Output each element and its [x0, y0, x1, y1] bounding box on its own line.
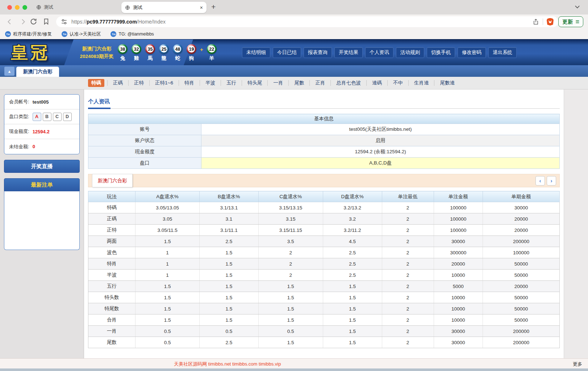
browser-tab[interactable]: 测试 × — [121, 2, 207, 13]
play-type-item[interactable]: 正特 — [128, 80, 149, 86]
back-icon[interactable] — [6, 18, 14, 26]
play-type-item[interactable]: 总肖七色波 — [330, 80, 366, 86]
lottery-ball-icon: 48 — [173, 44, 183, 54]
rates-cell: 200000 — [483, 337, 559, 348]
play-type-item[interactable]: 五行 — [221, 80, 242, 86]
reload-icon[interactable] — [30, 18, 37, 25]
play-type-item[interactable]: 連碼 — [366, 80, 387, 86]
collapse-up-icon[interactable]: ▲ — [4, 67, 14, 76]
zoom-window-button[interactable] — [22, 5, 27, 10]
chevron-down-icon[interactable] — [575, 5, 580, 9]
footer-credit-link[interactable]: 天美社区源码网 timibbs.net timibbs.com timibbs.… — [174, 361, 281, 367]
rates-cell: 50000 — [483, 314, 559, 326]
rates-cell: 2.5 — [323, 270, 382, 281]
footer-more-link[interactable]: 更多 — [573, 361, 582, 367]
rates-cell: 1.5 — [258, 337, 323, 348]
play-type-item[interactable]: 正特1~6 — [149, 80, 179, 86]
play-type-item[interactable]: 半波 — [200, 80, 221, 86]
handicap-button[interactable]: A — [33, 113, 41, 121]
play-type-item[interactable]: 正碼 — [107, 80, 128, 86]
bookmark-item[interactable]: Tm程序搭建/开发/修复 — [5, 31, 52, 37]
handicap-button[interactable]: C — [53, 113, 62, 121]
rates-column-header: 玩法 — [88, 191, 135, 202]
rates-cell: 波色 — [88, 247, 135, 258]
handicap-button[interactable]: D — [63, 113, 72, 121]
latest-bets-button[interactable]: 最新注单 — [4, 178, 80, 191]
nav-menu-item[interactable]: 退出系统 — [488, 47, 517, 58]
window-controls — [7, 5, 27, 10]
rates-cell: 1.5 — [200, 292, 259, 303]
info-value-cell: test005(天美社区timibbs.net) — [201, 124, 560, 135]
ball-number: 19 — [188, 46, 195, 53]
rates-cell: 1.5 — [323, 292, 382, 303]
play-type-item[interactable]: 一肖 — [267, 80, 288, 86]
info-value-cell: 启用 — [201, 135, 560, 146]
nav-menu-item[interactable]: 修改密码 — [458, 47, 486, 58]
rates-cell: 2 — [258, 258, 323, 270]
rates-cell: 1.5 — [258, 281, 323, 292]
rates-cell: 20000 — [434, 258, 483, 270]
handicap-button[interactable]: B — [43, 113, 51, 121]
nav-menu-item[interactable]: 开奖结果 — [334, 47, 363, 58]
rates-cell: 3.2/11.2 — [323, 225, 382, 236]
info-value-cell: A,B,C,D盘 — [201, 158, 560, 169]
bookmark-icon[interactable] — [43, 18, 50, 25]
rates-table-row: 特肖11.522.522000050000 — [88, 258, 560, 270]
live-draw-button[interactable]: 开奖直播 — [4, 160, 80, 173]
rates-cell: 1.5 — [200, 281, 259, 292]
nav-menu-item[interactable]: 切换手机 — [427, 47, 455, 58]
rates-cell: 1.5 — [135, 303, 200, 314]
game-tab-active[interactable]: 新澳门六合彩 — [16, 67, 59, 77]
rates-cell: 1.5 — [323, 314, 382, 326]
bookmark-item[interactable]: Tm认准->天美社区 — [62, 31, 101, 37]
play-type-item[interactable]: 特肖 — [179, 80, 200, 86]
draw-info: 新澳门六合彩 2024083期开奖 — [77, 45, 117, 60]
ball-number: 22 — [208, 46, 215, 53]
draw-ball: 25龍 — [159, 44, 169, 62]
bookmark-item[interactable]: TmTG: @tianmeibbs — [110, 31, 154, 37]
nav-menu-item[interactable]: 个人资讯 — [365, 47, 393, 58]
rates-column-header: A盘退水% — [135, 191, 200, 202]
rates-column-header: D盘退水% — [323, 191, 382, 202]
play-type-item[interactable]: 特碼 — [88, 79, 104, 87]
nav-menu-item[interactable]: 今日已结 — [273, 47, 301, 58]
play-type-item[interactable]: 尾數 — [288, 80, 309, 86]
nav-menu-item[interactable]: 未结明细 — [242, 47, 270, 58]
ball-zodiac-label: 羊 — [209, 55, 214, 62]
brave-shield-icon[interactable] — [547, 18, 554, 26]
new-tab-button[interactable]: + — [211, 3, 216, 11]
play-type-item[interactable]: 正肖 — [309, 80, 330, 86]
browser-titlebar: 测试 测试 × + — [0, 0, 588, 14]
close-window-button[interactable] — [7, 5, 12, 10]
lottery-ball-icon: 22 — [207, 44, 217, 54]
prev-page-button[interactable]: ‹ — [535, 176, 545, 186]
next-page-button[interactable]: › — [547, 176, 556, 186]
rates-table-row: 五行1.51.51.51.52500020000 — [88, 281, 560, 292]
rates-table-row: 波色11.522.52300000100000 — [88, 247, 560, 258]
play-type-item[interactable]: 特头尾 — [242, 80, 268, 86]
address-bar[interactable]: https://pc99.777777999.com/Home/Index — [56, 16, 558, 27]
lottery-ball-icon: 32 — [132, 44, 141, 54]
close-tab-icon[interactable]: × — [200, 5, 203, 11]
browser-update-button[interactable]: 更新 ≡ — [558, 16, 583, 27]
draw-ball: 35馬 — [145, 44, 155, 62]
play-type-item[interactable]: 生肖連 — [408, 80, 434, 86]
minimize-window-button[interactable] — [15, 5, 20, 10]
forward-icon[interactable] — [19, 18, 27, 26]
site-settings-icon[interactable] — [61, 18, 67, 25]
rates-game-tab[interactable]: 新澳门六合彩 — [92, 174, 133, 187]
rates-table-row: 两面1.52.53.54.5230000200000 — [88, 236, 560, 247]
nav-menu-item[interactable]: 活动规则 — [396, 47, 424, 58]
nav-menu-item[interactable]: 报表查询 — [304, 47, 332, 58]
play-type-item[interactable]: 尾數連 — [434, 80, 460, 86]
share-icon[interactable] — [533, 18, 539, 25]
menu-hamburger-icon[interactable]: ≡ — [575, 18, 579, 26]
draw-ball: 38兔 — [117, 44, 128, 62]
rates-cell: 合肖 — [88, 314, 135, 326]
sidebar: 会员帐号: test005 盘口类型: ABCD 现金额度: 12594.2 未… — [0, 89, 84, 358]
rates-cell: 1.5 — [258, 292, 323, 303]
play-type-item[interactable]: 不中 — [387, 80, 408, 86]
rates-cell: 2 — [382, 258, 434, 270]
rates-cell: 3.15 — [258, 213, 323, 225]
rates-cell: 2 — [382, 292, 434, 303]
